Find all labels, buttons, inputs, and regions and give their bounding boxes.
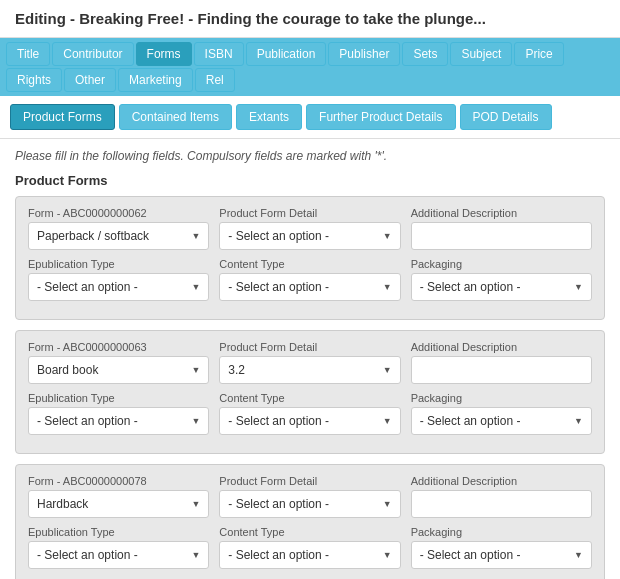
content-type-field-1: Content Type - Select an option - ▼ xyxy=(219,258,400,301)
product-form-block-1: Form - ABC0000000062 Paperback / softbac… xyxy=(15,196,605,320)
content-type-label-1: Content Type xyxy=(219,258,400,270)
nav-marketing[interactable]: Marketing xyxy=(118,68,193,92)
epublication-type-label-1: Epublication Type xyxy=(28,258,209,270)
subnav-contained-items[interactable]: Contained Items xyxy=(119,104,232,130)
form-select-1[interactable]: Paperback / softback ▼ xyxy=(28,222,209,250)
nav-contributor[interactable]: Contributor xyxy=(52,42,133,66)
content-type-select-3[interactable]: - Select an option - ▼ xyxy=(219,541,400,569)
product-form-block-3: Form - ABC0000000078 Hardback ▼ Product … xyxy=(15,464,605,579)
packaging-select-1[interactable]: - Select an option - ▼ xyxy=(411,273,592,301)
form-field-3: Form - ABC0000000078 Hardback ▼ xyxy=(28,475,209,518)
content-area: Please fill in the following fields. Com… xyxy=(0,139,620,579)
epublication-type-select-2[interactable]: - Select an option - ▼ xyxy=(28,407,209,435)
epublication-type-select-3[interactable]: - Select an option - ▼ xyxy=(28,541,209,569)
additional-desc-field-3: Additional Description xyxy=(411,475,592,518)
content-type-select-2[interactable]: - Select an option - ▼ xyxy=(219,407,400,435)
product-form-detail-label-3: Product Form Detail xyxy=(219,475,400,487)
nav-sets[interactable]: Sets xyxy=(402,42,448,66)
additional-desc-label-3: Additional Description xyxy=(411,475,592,487)
additional-desc-input-1[interactable] xyxy=(411,222,592,250)
product-form-detail-field-2: Product Form Detail 3.2 ▼ xyxy=(219,341,400,384)
additional-desc-label-2: Additional Description xyxy=(411,341,592,353)
packaging-select-3[interactable]: - Select an option - ▼ xyxy=(411,541,592,569)
top-nav: Title Contributor Forms ISBN Publication… xyxy=(0,38,620,96)
product-form-detail-select-1[interactable]: - Select an option - ▼ xyxy=(219,222,400,250)
subnav-pod-details[interactable]: POD Details xyxy=(460,104,552,130)
product-form-detail-select-3[interactable]: - Select an option - ▼ xyxy=(219,490,400,518)
nav-subject[interactable]: Subject xyxy=(450,42,512,66)
form-label-3: Form - ABC0000000078 xyxy=(28,475,209,487)
content-type-label-2: Content Type xyxy=(219,392,400,404)
product-form-detail-field-1: Product Form Detail - Select an option -… xyxy=(219,207,400,250)
product-form-detail-label-2: Product Form Detail xyxy=(219,341,400,353)
nav-publication[interactable]: Publication xyxy=(246,42,327,66)
epublication-type-field-3: Epublication Type - Select an option - ▼ xyxy=(28,526,209,569)
nav-forms[interactable]: Forms xyxy=(136,42,192,66)
form-label-1: Form - ABC0000000062 xyxy=(28,207,209,219)
nav-rel[interactable]: Rel xyxy=(195,68,235,92)
packaging-label-3: Packaging xyxy=(411,526,592,538)
section-title: Product Forms xyxy=(15,173,605,188)
form-label-2: Form - ABC0000000063 xyxy=(28,341,209,353)
epublication-type-label-3: Epublication Type xyxy=(28,526,209,538)
additional-desc-input-2[interactable] xyxy=(411,356,592,384)
additional-desc-label-1: Additional Description xyxy=(411,207,592,219)
epublication-type-field-1: Epublication Type - Select an option - ▼ xyxy=(28,258,209,301)
packaging-label-1: Packaging xyxy=(411,258,592,270)
subnav-extants[interactable]: Extants xyxy=(236,104,302,130)
content-type-label-3: Content Type xyxy=(219,526,400,538)
nav-rights[interactable]: Rights xyxy=(6,68,62,92)
epublication-type-field-2: Epublication Type - Select an option - ▼ xyxy=(28,392,209,435)
epublication-type-select-1[interactable]: - Select an option - ▼ xyxy=(28,273,209,301)
content-type-field-3: Content Type - Select an option - ▼ xyxy=(219,526,400,569)
nav-price[interactable]: Price xyxy=(514,42,563,66)
additional-desc-field-1: Additional Description xyxy=(411,207,592,250)
packaging-field-3: Packaging - Select an option - ▼ xyxy=(411,526,592,569)
form-field-2: Form - ABC0000000063 Board book ▼ xyxy=(28,341,209,384)
content-type-select-1[interactable]: - Select an option - ▼ xyxy=(219,273,400,301)
product-form-detail-select-2[interactable]: 3.2 ▼ xyxy=(219,356,400,384)
packaging-select-2[interactable]: - Select an option - ▼ xyxy=(411,407,592,435)
product-form-block-2: Form - ABC0000000063 Board book ▼ Produc… xyxy=(15,330,605,454)
instruction-text: Please fill in the following fields. Com… xyxy=(15,149,605,163)
form-field-1: Form - ABC0000000062 Paperback / softbac… xyxy=(28,207,209,250)
sub-nav: Product Forms Contained Items Extants Fu… xyxy=(0,96,620,139)
nav-publisher[interactable]: Publisher xyxy=(328,42,400,66)
subnav-further-product-details[interactable]: Further Product Details xyxy=(306,104,455,130)
form-select-2[interactable]: Board book ▼ xyxy=(28,356,209,384)
page-title: Editing - Breaking Free! - Finding the c… xyxy=(0,0,620,38)
additional-desc-input-3[interactable] xyxy=(411,490,592,518)
content-type-field-2: Content Type - Select an option - ▼ xyxy=(219,392,400,435)
nav-isbn[interactable]: ISBN xyxy=(194,42,244,66)
epublication-type-label-2: Epublication Type xyxy=(28,392,209,404)
product-form-detail-field-3: Product Form Detail - Select an option -… xyxy=(219,475,400,518)
packaging-label-2: Packaging xyxy=(411,392,592,404)
additional-desc-field-2: Additional Description xyxy=(411,341,592,384)
packaging-field-1: Packaging - Select an option - ▼ xyxy=(411,258,592,301)
product-form-detail-label-1: Product Form Detail xyxy=(219,207,400,219)
nav-title[interactable]: Title xyxy=(6,42,50,66)
subnav-product-forms[interactable]: Product Forms xyxy=(10,104,115,130)
packaging-field-2: Packaging - Select an option - ▼ xyxy=(411,392,592,435)
form-select-3[interactable]: Hardback ▼ xyxy=(28,490,209,518)
nav-other[interactable]: Other xyxy=(64,68,116,92)
